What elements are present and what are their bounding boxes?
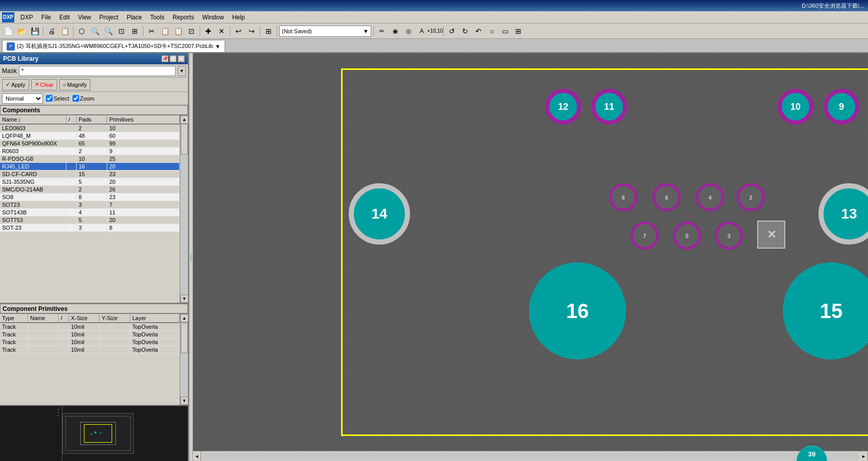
- hscroll-right-btn[interactable]: ►: [860, 451, 868, 462]
- pad-6[interactable]: 6: [653, 183, 681, 211]
- paste-btn[interactable]: 📋: [172, 25, 184, 37]
- arc2-btn[interactable]: ↻: [459, 25, 471, 37]
- font-btn[interactable]: A: [416, 25, 428, 37]
- component-row[interactable]: LED0603 2 10: [0, 125, 180, 132]
- clear-button[interactable]: ✕ Clear: [31, 79, 57, 90]
- component-row[interactable]: SOT-23 3 8: [0, 224, 180, 232]
- menu-view[interactable]: View: [74, 13, 95, 22]
- grid-btn[interactable]: ⊞: [262, 25, 275, 37]
- cut-btn[interactable]: ✂: [146, 25, 158, 37]
- menu-place[interactable]: Place: [123, 13, 146, 22]
- scroll-thumb[interactable]: [181, 124, 188, 155]
- apply-button[interactable]: ✓ Apply: [2, 79, 29, 90]
- pen-btn[interactable]: ✏: [376, 25, 388, 37]
- print2-btn[interactable]: 📋: [59, 25, 71, 37]
- pad-8[interactable]: 8: [609, 183, 637, 211]
- dxp-logo[interactable]: DXP: [2, 12, 14, 22]
- save-button[interactable]: 💾: [29, 25, 41, 37]
- col-header-primitives[interactable]: Primitives: [107, 115, 180, 124]
- col-header-name[interactable]: Name ↕: [0, 115, 66, 124]
- select-check-label[interactable]: Select: [46, 95, 69, 102]
- panel-resize-handle[interactable]: [189, 53, 193, 461]
- menu-reports[interactable]: Reports: [168, 13, 198, 22]
- scroll-up-btn[interactable]: ▲: [180, 115, 188, 124]
- magnify-button[interactable]: ○ Magnify: [59, 79, 90, 90]
- menu-window[interactable]: Window: [198, 13, 228, 22]
- arc-btn[interactable]: ↺: [446, 25, 458, 37]
- target-btn[interactable]: ◎: [402, 25, 415, 37]
- hscroll-track[interactable]: [202, 452, 859, 460]
- prim-scroll-thumb[interactable]: [181, 323, 188, 353]
- zoom-out-btn[interactable]: 🔍: [102, 25, 114, 37]
- cross-btn[interactable]: ✚: [202, 25, 214, 37]
- primitives-scrollbar[interactable]: ▲ ▼: [180, 314, 188, 405]
- prim-scroll-up-btn[interactable]: ▲: [180, 314, 188, 322]
- col-header-slash[interactable]: /: [66, 115, 77, 124]
- print-btn[interactable]: 🖨: [45, 25, 58, 37]
- component-row[interactable]: SJ1-3535NG 5 20: [0, 178, 180, 186]
- menu-tools[interactable]: Tools: [146, 13, 168, 22]
- panel-close-btn[interactable]: ✕: [178, 55, 185, 62]
- normal-select[interactable]: Normal: [2, 93, 43, 104]
- pad-16[interactable]: 16: [529, 262, 626, 359]
- component-row[interactable]: SD-CF-CARD 15 23: [0, 171, 180, 178]
- oval-btn[interactable]: ○: [486, 25, 498, 37]
- pad-4[interactable]: 4: [696, 183, 724, 211]
- pad-x[interactable]: ✕: [757, 221, 785, 249]
- pcb-canvas[interactable]: 12 11 10 9 14 13 8 6 4 2 7 5 3: [193, 53, 868, 451]
- select-checkbox[interactable]: [46, 95, 53, 102]
- prim-col-layer[interactable]: Layer: [130, 314, 180, 322]
- undo-btn[interactable]: ↩: [232, 25, 245, 37]
- panel-float-btn[interactable]: ⊡: [170, 55, 177, 62]
- wire-btn[interactable]: ✕: [215, 25, 228, 37]
- pad-2[interactable]: 2: [737, 183, 765, 211]
- col-header-pads[interactable]: Pads: [77, 115, 107, 124]
- layer-btn[interactable]: ⬡: [76, 25, 88, 37]
- coord-btn[interactable]: +10,10: [429, 25, 441, 37]
- component-row[interactable]: SOT143B 4 11: [0, 209, 180, 216]
- scroll-down-btn[interactable]: ▼: [180, 295, 188, 303]
- pad-10[interactable]: 10: [778, 89, 813, 125]
- pcblib-tab[interactable]: P (2) 耳机插座SJ1-3535NG+WM8960CGEFL+TJA1050…: [2, 40, 225, 52]
- copy-btn[interactable]: 📋: [159, 25, 171, 37]
- new-button[interactable]: 📄: [2, 25, 14, 37]
- zoom-fit-btn[interactable]: ⊡: [115, 25, 128, 37]
- menu-file[interactable]: File: [37, 13, 55, 22]
- component-row[interactable]: SMC/DO-214AB 2 26: [0, 186, 180, 193]
- pad-3[interactable]: 3: [715, 222, 743, 250]
- component-row[interactable]: LQFP48_M 48 60: [0, 132, 180, 140]
- primitive-row[interactable]: Track 10mil TopOverla: [0, 346, 180, 354]
- component-row[interactable]: R0603 2 9: [0, 148, 180, 155]
- menu-dxp[interactable]: DXP: [16, 13, 37, 22]
- grid2-btn[interactable]: ⊞: [512, 25, 524, 37]
- hscroll-left-btn[interactable]: ◄: [193, 451, 201, 462]
- pad-12[interactable]: 12: [545, 89, 581, 125]
- component-row[interactable]: R-PDSO-G8 10 25: [0, 155, 180, 163]
- curve-btn[interactable]: ↶: [472, 25, 485, 37]
- prim-col-slash[interactable]: /: [59, 314, 69, 322]
- mask-dropdown-btn[interactable]: ▼: [178, 66, 186, 76]
- tab-dropdown-icon[interactable]: ▼: [215, 43, 221, 50]
- components-scrollbar[interactable]: ▲ ▼: [180, 115, 188, 303]
- prim-scroll-down-btn[interactable]: ▼: [180, 397, 188, 405]
- menu-project[interactable]: Project: [95, 13, 123, 22]
- menu-help[interactable]: Help: [228, 13, 249, 22]
- pad-7[interactable]: 7: [631, 222, 659, 250]
- zoom-checkbox[interactable]: [73, 95, 79, 102]
- prim-col-xsize[interactable]: X-Size: [69, 314, 100, 322]
- zoom-check-label[interactable]: Zoom: [73, 95, 94, 102]
- primitive-row[interactable]: Track 10mil TopOverla: [0, 338, 180, 346]
- scroll-track[interactable]: [180, 124, 188, 295]
- component-row[interactable]: RJ45_LED 16 20: [0, 163, 180, 171]
- zoom-in-btn[interactable]: 🔍: [89, 25, 101, 37]
- preview-resize-handle[interactable]: [54, 406, 62, 461]
- pad-11[interactable]: 11: [591, 89, 627, 125]
- pad-9[interactable]: 9: [824, 89, 859, 125]
- rect-btn[interactable]: ▭: [499, 25, 511, 37]
- prim-col-name[interactable]: Name: [28, 314, 59, 322]
- mask-input[interactable]: [19, 66, 176, 76]
- primitive-row[interactable]: Track 10mil TopOverla: [0, 323, 180, 331]
- primitive-row[interactable]: Track 10mil TopOverla: [0, 331, 180, 338]
- menu-edit[interactable]: Edit: [55, 13, 74, 22]
- prim-scroll-track[interactable]: [180, 322, 188, 397]
